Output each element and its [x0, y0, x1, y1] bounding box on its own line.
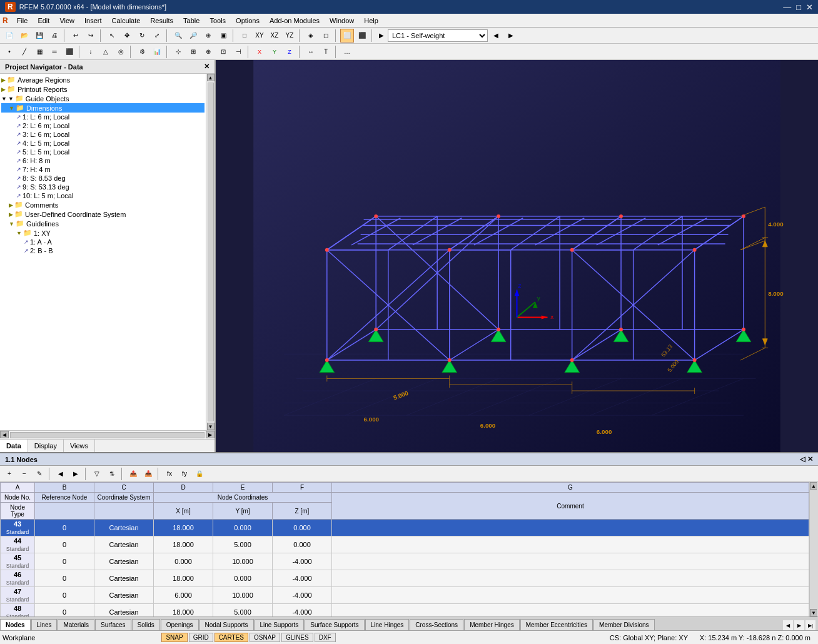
active-view-button[interactable]: ⬜	[340, 29, 354, 43]
tab-end-button[interactable]: ▶|	[805, 620, 815, 630]
bottom-tab-solids[interactable]: Solids	[132, 619, 160, 630]
view-xy-button[interactable]: XY	[253, 29, 266, 43]
dxf-button[interactable]: DXF	[315, 633, 336, 642]
axis-y-btn[interactable]: Y	[268, 45, 281, 59]
bt-filter-button[interactable]: ▽	[90, 467, 104, 481]
menu-addon[interactable]: Add-on Modules	[265, 16, 325, 26]
menu-calculate[interactable]: Calculate	[107, 16, 146, 26]
tree-item[interactable]: ▶📁User-Defined Coordinate System	[1, 209, 204, 219]
bottom-tab-openings[interactable]: Openings	[161, 619, 199, 630]
bottom-tab-cross-sections[interactable]: Cross-Sections	[410, 619, 463, 630]
menu-table[interactable]: Table	[178, 16, 204, 26]
bt-edit-button[interactable]: ✎	[33, 467, 46, 481]
tree-item[interactable]: ↗2: L: 6 m; Local	[1, 121, 204, 130]
scroll-up-button[interactable]: ▲	[207, 74, 215, 81]
more-btn[interactable]: …	[340, 45, 354, 59]
menu-tools[interactable]: Tools	[204, 16, 231, 26]
scroll-down-button[interactable]: ▼	[207, 423, 215, 430]
select-button[interactable]: ↖	[105, 29, 119, 43]
zoom-out-button[interactable]: 🔎	[186, 29, 200, 43]
zoom-all-button[interactable]: ⊕	[201, 29, 215, 43]
render-button[interactable]: ◈	[304, 29, 318, 43]
tree-item[interactable]: ▼▼📁Guide Objects	[1, 94, 204, 103]
bt-import-button[interactable]: 📥	[141, 467, 155, 481]
line-button[interactable]: ╱	[18, 45, 31, 59]
tree-item[interactable]: ↗5: L: 5 m; Local	[1, 148, 204, 156]
tree-item[interactable]: ▼📁Guidelines	[1, 219, 204, 228]
hscroll-thumb[interactable]	[10, 432, 204, 438]
scroll-left-button[interactable]: ◀	[0, 431, 9, 438]
menu-file[interactable]: File	[12, 16, 33, 26]
lc-next-button[interactable]: ▶	[504, 29, 518, 43]
panel-scrollbar[interactable]: ▲ ▼	[206, 74, 215, 430]
calc-button[interactable]: ⚙	[135, 45, 149, 59]
bt-next-button[interactable]: ▶	[69, 467, 83, 481]
panel-hscrollbar[interactable]: ◀ ▶	[0, 430, 215, 439]
bottom-tab-surface-supports[interactable]: Surface Supports	[305, 619, 364, 630]
close-button[interactable]: ✕	[806, 3, 813, 12]
menu-help[interactable]: Help	[359, 16, 383, 26]
bt-prev-button[interactable]: ◀	[54, 467, 68, 481]
lc-selector[interactable]: LC1 - Self-weight	[388, 29, 488, 42]
zoom-in-button[interactable]: 🔍	[171, 29, 185, 43]
pin-button[interactable]: ◁	[800, 455, 805, 463]
bt-export-button[interactable]: 📤	[126, 467, 140, 481]
tree-item[interactable]: ▶📁Average Regions	[1, 75, 204, 84]
axis-z-btn[interactable]: Z	[283, 45, 296, 59]
panel-tree-scroll[interactable]: ▶📁Average Regions▶📁Printout Reports▼▼📁Gu…	[0, 74, 206, 430]
view3d-button[interactable]: □	[238, 29, 251, 43]
tab-views[interactable]: Views	[64, 440, 95, 452]
menu-window[interactable]: Window	[325, 16, 359, 26]
close-panel-button[interactable]: ✕	[807, 455, 813, 463]
view-yz-button[interactable]: YZ	[283, 29, 296, 43]
snap-grid-btn[interactable]: ⊞	[186, 45, 200, 59]
support-button[interactable]: △	[99, 45, 113, 59]
print-button[interactable]: 🖨	[48, 29, 61, 43]
tab-prev-button[interactable]: ◀	[783, 620, 793, 630]
bt-sort-button[interactable]: ⇅	[105, 467, 119, 481]
member-button[interactable]: ═	[48, 45, 61, 59]
table-row[interactable]: 43 Standard 0 Cartesian 18.000 0.000 0.0…	[1, 520, 809, 536]
tree-item[interactable]: ▼📁Dimensions	[1, 103, 204, 113]
menu-results[interactable]: Results	[145, 16, 178, 26]
bottom-tab-member-divisions[interactable]: Member Divisions	[593, 619, 654, 630]
scroll-thumb[interactable]	[208, 83, 214, 421]
bt-add-button[interactable]: +	[3, 467, 16, 481]
snap-end-btn[interactable]: ⊣	[231, 45, 245, 59]
menu-view[interactable]: View	[54, 16, 79, 26]
view-xz-button[interactable]: XZ	[268, 29, 281, 43]
axis-x-btn[interactable]: X	[253, 45, 266, 59]
load-button[interactable]: ↓	[84, 45, 98, 59]
tree-item[interactable]: ▶📁Comments	[1, 200, 204, 209]
zoom-window-button[interactable]: ▣	[216, 29, 230, 43]
tree-item[interactable]: ↗7: H: 4 m	[1, 165, 204, 174]
bottom-tab-line-supports[interactable]: Line Supports	[255, 619, 305, 630]
new-button[interactable]: 📄	[3, 29, 16, 43]
redo-button[interactable]: ↪	[84, 29, 98, 43]
view2-button[interactable]: ⬛	[355, 29, 369, 43]
hinge-button[interactable]: ◎	[114, 45, 128, 59]
bottom-tab-nodes[interactable]: Nodes	[0, 619, 31, 630]
tree-item[interactable]: ↗1: A - A	[1, 238, 204, 246]
table-scroll-down[interactable]: ▼	[810, 609, 817, 616]
table-row[interactable]: 48 Standard 0 Cartesian 18.000 5.000 -4.…	[1, 604, 809, 617]
panel-close-button[interactable]: ✕	[204, 63, 210, 71]
tree-item[interactable]: ↗8: S: 8.53 deg	[1, 174, 204, 183]
dim-btn[interactable]: ↔	[304, 45, 318, 59]
scroll-right-button[interactable]: ▶	[206, 431, 215, 438]
undo-button[interactable]: ↩	[69, 29, 83, 43]
bt-lock-button[interactable]: 🔒	[193, 467, 206, 481]
move-button[interactable]: ✥	[120, 29, 134, 43]
lc-prev-button[interactable]: ◀	[489, 29, 503, 43]
cartes-button[interactable]: CARTES	[215, 633, 248, 642]
snap-mid-btn[interactable]: ⊡	[216, 45, 230, 59]
tree-item[interactable]: ↗9: S: 53.13 deg	[1, 183, 204, 191]
tree-item[interactable]: ↗6: H: 8 m	[1, 156, 204, 165]
tree-item[interactable]: ▼📁1: XY	[1, 228, 204, 238]
table-row[interactable]: 46 Standard 0 Cartesian 18.000 0.000 -4.…	[1, 570, 809, 587]
tree-item[interactable]: ↗10: L: 5 m; Local	[1, 191, 204, 200]
result-button[interactable]: 📊	[150, 45, 164, 59]
bottom-tab-materials[interactable]: Materials	[58, 619, 94, 630]
view-area[interactable]: x y z 8.	[216, 60, 818, 452]
open-button[interactable]: 📂	[18, 29, 31, 43]
